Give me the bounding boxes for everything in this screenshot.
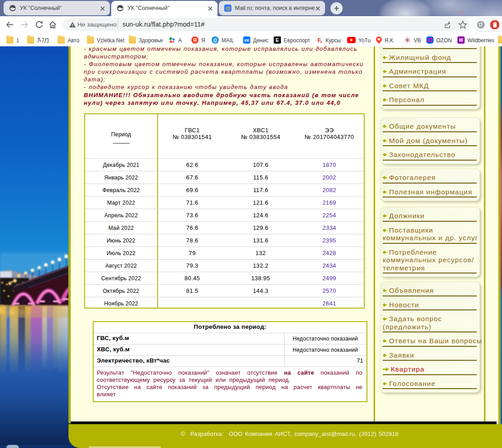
svg-text:E: E — [276, 37, 279, 43]
svg-text:Я: Я — [193, 37, 197, 43]
svg-text:@: @ — [225, 5, 230, 11]
svg-text:VK: VK — [244, 38, 250, 43]
svg-text:@: @ — [213, 38, 217, 43]
svg-text:F: F — [317, 37, 321, 44]
svg-text:W: W — [459, 38, 463, 43]
